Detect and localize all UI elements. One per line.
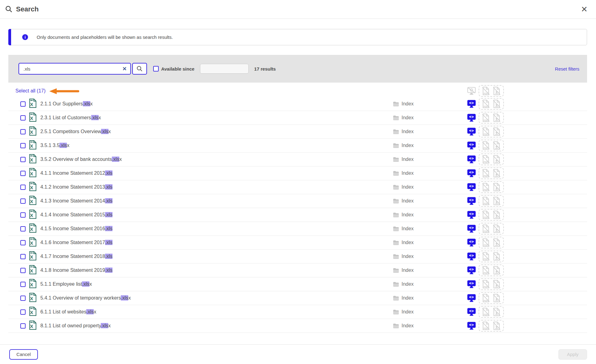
document-name[interactable]: 3.5.1 3.5.xlsx <box>40 143 69 148</box>
download-button-disabled[interactable] <box>493 127 501 136</box>
view-document-button[interactable] <box>467 266 476 275</box>
row-checkbox[interactable] <box>20 198 26 204</box>
download-button-disabled[interactable] <box>493 100 501 108</box>
available-since-date-input[interactable] <box>200 64 249 73</box>
row-checkbox[interactable] <box>20 309 26 315</box>
download-button-disabled[interactable] <box>493 238 501 247</box>
pdf-export-button-disabled[interactable]: PDF <box>482 294 490 302</box>
download-button-disabled[interactable] <box>493 280 501 288</box>
document-name[interactable]: 5.1.1 Employee list.xlsx <box>40 281 92 287</box>
view-document-button[interactable] <box>467 280 476 288</box>
document-name[interactable]: 2.1.1 Our Suppliers.xlsx <box>40 101 93 107</box>
pdf-export-button-disabled[interactable]: PDF <box>482 100 490 108</box>
view-document-button[interactable] <box>467 197 476 205</box>
download-button-disabled[interactable] <box>493 141 501 150</box>
document-name[interactable]: 3.5.2 Overview of bank accounts.xlsx <box>40 157 122 162</box>
download-button-disabled[interactable] <box>493 169 501 178</box>
row-checkbox[interactable] <box>20 240 26 245</box>
pdf-export-button-disabled[interactable]: PDF <box>482 183 490 191</box>
view-document-button[interactable] <box>467 114 476 122</box>
bulk-download-button-disabled[interactable] <box>493 87 501 95</box>
view-document-button[interactable] <box>467 322 476 330</box>
document-name[interactable]: 2.3.1 List of Customers.xlsx <box>40 115 101 121</box>
download-button-disabled[interactable] <box>493 155 501 164</box>
view-document-button[interactable] <box>467 308 476 316</box>
search-input[interactable] <box>18 63 131 75</box>
download-button-disabled[interactable] <box>493 321 501 330</box>
document-name[interactable]: 4.1.6 Income Statement 2017.xls <box>40 240 112 245</box>
apply-button[interactable]: Apply <box>558 349 587 360</box>
reset-filters-link[interactable]: Reset filters <box>555 66 579 72</box>
pdf-export-button-disabled[interactable]: PDF <box>482 169 490 178</box>
excel-file-icon: X <box>29 112 37 122</box>
download-button-disabled[interactable] <box>493 183 501 191</box>
cancel-button[interactable]: Cancel <box>9 349 38 360</box>
view-document-button[interactable] <box>467 211 476 219</box>
select-all-link[interactable]: Select all (17) <box>15 88 46 94</box>
document-name[interactable]: 4.1.3 Income Statement 2014.xls <box>40 198 112 204</box>
view-document-button[interactable] <box>467 225 476 233</box>
row-checkbox[interactable] <box>20 254 26 259</box>
view-document-button[interactable] <box>467 100 476 108</box>
close-icon[interactable]: ✕ <box>579 4 589 14</box>
pdf-export-button-disabled[interactable]: PDF <box>482 266 490 275</box>
document-name[interactable]: 4.1.7 Income Statement 2018.xls <box>40 254 112 259</box>
row-checkbox[interactable] <box>20 212 26 218</box>
row-checkbox[interactable] <box>20 115 26 121</box>
pdf-export-button-disabled[interactable]: PDF <box>482 308 490 316</box>
view-document-button[interactable] <box>467 239 476 247</box>
document-name[interactable]: 5.4.1 Overview of temporary workers.xlsx <box>40 295 131 301</box>
document-name[interactable]: 2.5.1 Competitors Overview.xlsx <box>40 129 111 134</box>
document-name[interactable]: 4.1.5 Income Statement 2016.xls <box>40 226 112 231</box>
available-since-checkbox[interactable] <box>153 66 159 72</box>
row-checkbox[interactable] <box>20 157 26 162</box>
bulk-view-button-disabled[interactable] <box>467 87 476 95</box>
clear-search-icon[interactable]: ✕ <box>121 65 128 72</box>
pdf-export-disabled-icon: PDF <box>482 321 490 330</box>
row-checkbox[interactable] <box>20 185 26 190</box>
download-button-disabled[interactable] <box>493 308 501 316</box>
document-name[interactable]: 8.1.1 List of owned property.xlsx <box>40 323 111 329</box>
pdf-export-button-disabled[interactable]: PDF <box>482 113 490 122</box>
pdf-export-button-disabled[interactable]: PDF <box>482 211 490 219</box>
pdf-export-button-disabled[interactable]: PDF <box>482 127 490 136</box>
view-document-button[interactable] <box>467 294 476 302</box>
row-checkbox[interactable] <box>20 143 26 148</box>
pdf-export-button-disabled[interactable]: PDF <box>482 321 490 330</box>
document-name[interactable]: 4.1.1 Income Statement 2012.xls <box>40 170 112 176</box>
pdf-export-button-disabled[interactable]: PDF <box>482 252 490 261</box>
download-button-disabled[interactable] <box>493 266 501 275</box>
view-document-button[interactable] <box>467 169 476 178</box>
pdf-export-button-disabled[interactable]: PDF <box>482 197 490 205</box>
document-name[interactable]: 4.1.4 Income Statement 2015.xls <box>40 212 112 218</box>
bulk-pdf-export-button-disabled[interactable]: PDF <box>482 87 490 95</box>
pdf-export-button-disabled[interactable]: PDF <box>482 280 490 288</box>
pdf-export-button-disabled[interactable]: PDF <box>482 141 490 150</box>
row-checkbox[interactable] <box>20 226 26 231</box>
pdf-export-button-disabled[interactable]: PDF <box>482 238 490 247</box>
download-button-disabled[interactable] <box>493 197 501 205</box>
document-name[interactable]: 4.1.2 Income Statement 2013.xls <box>40 184 112 190</box>
document-name[interactable]: 6.1.1 List of websites.xlsx <box>40 309 96 315</box>
view-document-button[interactable] <box>467 252 476 261</box>
download-button-disabled[interactable] <box>493 211 501 219</box>
download-button-disabled[interactable] <box>493 294 501 302</box>
document-name[interactable]: 4.1.8 Income Statement 2019.xls <box>40 268 112 273</box>
pdf-export-button-disabled[interactable]: PDF <box>482 155 490 164</box>
row-checkbox[interactable] <box>20 129 26 134</box>
row-checkbox[interactable] <box>20 296 26 301</box>
download-button-disabled[interactable] <box>493 113 501 122</box>
download-button-disabled[interactable] <box>493 224 501 233</box>
search-submit-button[interactable] <box>132 63 147 75</box>
row-checkbox[interactable] <box>20 268 26 273</box>
download-button-disabled[interactable] <box>493 252 501 261</box>
pdf-export-button-disabled[interactable]: PDF <box>482 224 490 233</box>
row-checkbox[interactable] <box>20 171 26 176</box>
row-checkbox[interactable] <box>20 282 26 287</box>
view-document-button[interactable] <box>467 183 476 191</box>
row-checkbox[interactable] <box>20 101 26 107</box>
view-document-button[interactable] <box>467 155 476 164</box>
row-checkbox[interactable] <box>20 323 26 329</box>
view-document-button[interactable] <box>467 128 476 136</box>
view-document-button[interactable] <box>467 141 476 150</box>
